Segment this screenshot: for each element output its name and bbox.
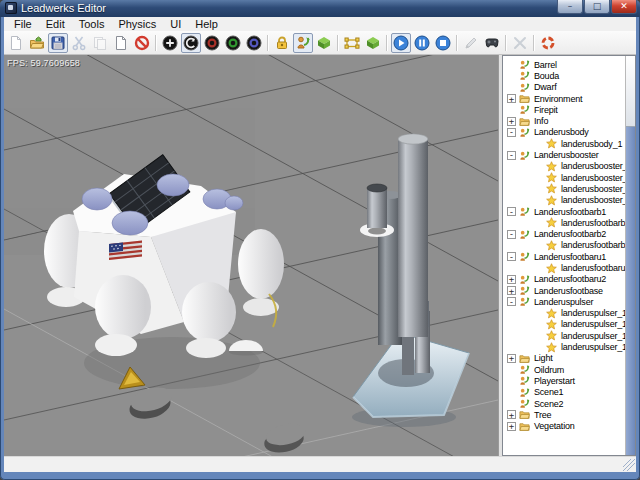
expander-plus-icon[interactable]: + bbox=[507, 117, 516, 126]
tree-item-label: Vegetation bbox=[534, 421, 575, 431]
expander-minus-icon[interactable]: - bbox=[507, 128, 516, 137]
c-green-icon bbox=[225, 35, 241, 51]
c-plus-icon bbox=[162, 35, 178, 51]
scrollbar-track[interactable] bbox=[626, 127, 635, 455]
tree-item[interactable]: +Landerusfootbase bbox=[503, 285, 625, 296]
marquee-icon bbox=[344, 35, 360, 51]
tree-item[interactable]: +Tree bbox=[503, 409, 625, 420]
menu-file[interactable]: File bbox=[7, 17, 39, 31]
expander-plus-icon[interactable]: + bbox=[507, 275, 516, 284]
tree-item[interactable]: landerusfootbarb1_1 bbox=[503, 217, 625, 228]
tree-item[interactable]: landerusbooster_4 bbox=[503, 195, 625, 206]
expander-minus-icon[interactable]: - bbox=[507, 297, 516, 306]
minimize-button[interactable]: – bbox=[557, 0, 583, 14]
paste-button[interactable] bbox=[111, 33, 131, 53]
scrollbar-thumb[interactable] bbox=[626, 56, 635, 127]
game-mode-button[interactable] bbox=[482, 33, 502, 53]
menu-ui[interactable]: UI bbox=[163, 17, 188, 31]
tree-item[interactable]: Firepit bbox=[503, 104, 625, 115]
tree-item-label: Scene1 bbox=[534, 387, 563, 397]
tree-item-label: landerusfootbaru1_1 bbox=[561, 263, 625, 273]
tree-item[interactable]: -Landerusfootbarb2 bbox=[503, 228, 625, 239]
tree-item[interactable]: landerusbody_1 bbox=[503, 138, 625, 149]
open-file-button[interactable] bbox=[27, 33, 47, 53]
tree-item-label: landeruspulser_1 bbox=[561, 308, 625, 318]
tree-item[interactable]: -Landerusfootbarb1 bbox=[503, 206, 625, 217]
tree-item[interactable]: landerusfootbarb2_1 bbox=[503, 240, 625, 251]
tree-item[interactable]: Barrel bbox=[503, 59, 625, 70]
tree-scrollbar[interactable] bbox=[625, 56, 635, 455]
entity-mode-button[interactable] bbox=[293, 33, 313, 53]
star-icon bbox=[546, 160, 558, 172]
menu-physics[interactable]: Physics bbox=[111, 17, 163, 31]
view-blue-button[interactable] bbox=[244, 33, 264, 53]
maximize-button[interactable]: □ bbox=[584, 0, 610, 14]
toolbar bbox=[4, 31, 636, 55]
tree-item[interactable]: +Landerusfootbaru2 bbox=[503, 274, 625, 285]
tree-item[interactable]: landerusfootbaru1_1 bbox=[503, 262, 625, 273]
tree-item[interactable]: landeruspulser_1 bbox=[503, 341, 625, 352]
model-icon bbox=[519, 251, 531, 263]
tree-item[interactable]: -Landeruspulser bbox=[503, 296, 625, 307]
tree-item[interactable]: Bouda bbox=[503, 70, 625, 81]
tree-item[interactable]: Scene2 bbox=[503, 398, 625, 409]
view-rotate-button[interactable] bbox=[181, 33, 201, 53]
tree-item[interactable]: landeruspulser_1 bbox=[503, 330, 625, 341]
expander-minus-icon[interactable]: - bbox=[507, 252, 516, 261]
reload-button[interactable] bbox=[538, 33, 558, 53]
model-icon bbox=[519, 206, 531, 218]
menu-help[interactable]: Help bbox=[188, 17, 225, 31]
new-file-button[interactable] bbox=[6, 33, 26, 53]
viewport-3d[interactable]: FPS: 59.7609658 bbox=[4, 55, 498, 456]
resize-grip[interactable] bbox=[623, 459, 635, 471]
expander-plus-icon[interactable]: + bbox=[507, 94, 516, 103]
close-button[interactable]: ✕ bbox=[611, 0, 637, 14]
view-red-button[interactable] bbox=[202, 33, 222, 53]
tree-item[interactable]: Dwarf bbox=[503, 82, 625, 93]
expander-plus-icon[interactable]: + bbox=[507, 354, 516, 363]
tree-item[interactable]: +Environment bbox=[503, 93, 625, 104]
tree-item-label: landerusbody_1 bbox=[561, 139, 622, 149]
model-icon bbox=[519, 364, 531, 376]
selection-marquee-button[interactable] bbox=[342, 33, 362, 53]
tree-item[interactable]: +Vegetation bbox=[503, 421, 625, 432]
expander-plus-icon[interactable]: + bbox=[507, 422, 516, 431]
view-green-button[interactable] bbox=[223, 33, 243, 53]
tree-item[interactable]: +Light bbox=[503, 353, 625, 364]
pause-button[interactable] bbox=[412, 33, 432, 53]
expander-minus-icon[interactable]: - bbox=[507, 151, 516, 160]
view-add-button[interactable] bbox=[160, 33, 180, 53]
expander-minus-icon[interactable]: - bbox=[507, 230, 516, 239]
tree-item[interactable]: landeruspulser_1 bbox=[503, 319, 625, 330]
tree-item[interactable]: landerusbooster_3 bbox=[503, 183, 625, 194]
model-create-button[interactable] bbox=[363, 33, 383, 53]
play-button[interactable] bbox=[391, 33, 411, 53]
stop-button[interactable] bbox=[433, 33, 453, 53]
menu-tools[interactable]: Tools bbox=[72, 17, 112, 31]
cut-icon bbox=[71, 35, 87, 51]
tree-item[interactable]: landeruspulser_1 bbox=[503, 308, 625, 319]
titlebar[interactable]: Leadwerks Editor – □ ✕ bbox=[0, 0, 640, 17]
tree-item[interactable]: +Info bbox=[503, 115, 625, 126]
menu-edit[interactable]: Edit bbox=[39, 17, 72, 31]
tree-item[interactable]: Scene1 bbox=[503, 387, 625, 398]
tree-item-label: Oildrum bbox=[534, 365, 564, 375]
expander-plus-icon[interactable]: + bbox=[507, 286, 516, 295]
star-icon bbox=[546, 239, 558, 251]
tree-item[interactable]: Oildrum bbox=[503, 364, 625, 375]
delete-button[interactable] bbox=[132, 33, 152, 53]
folder-icon bbox=[519, 409, 531, 421]
toolbar-separator bbox=[267, 35, 269, 51]
tree-item[interactable]: Playerstart bbox=[503, 375, 625, 386]
tree-item[interactable]: -Landerusbooster bbox=[503, 149, 625, 160]
model-icon bbox=[519, 228, 531, 240]
expander-minus-icon[interactable]: - bbox=[507, 207, 516, 216]
tree-item[interactable]: landerusbooster_1 bbox=[503, 161, 625, 172]
save-button[interactable] bbox=[48, 33, 68, 53]
tree-item[interactable]: -Landerusbody bbox=[503, 127, 625, 138]
tree-item[interactable]: -Landerusfootbaru1 bbox=[503, 251, 625, 262]
expander-plus-icon[interactable]: + bbox=[507, 410, 516, 419]
model-mode-button[interactable] bbox=[314, 33, 334, 53]
tree-item[interactable]: landerusbooster_2 bbox=[503, 172, 625, 183]
lock-button[interactable] bbox=[272, 33, 292, 53]
